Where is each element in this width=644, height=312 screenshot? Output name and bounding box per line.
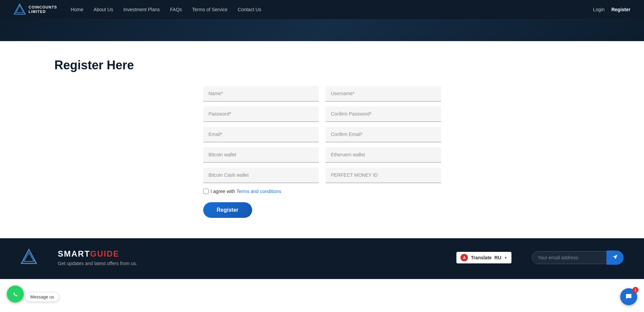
name-input[interactable]	[203, 86, 319, 102]
bitcoin-cash-field	[203, 168, 319, 183]
hero-strip	[0, 19, 644, 41]
logo-text-line2: LIMITED	[29, 10, 57, 14]
footer-email-submit[interactable]	[607, 250, 624, 265]
footer-email-input[interactable]	[532, 251, 607, 264]
footer-sub: Get updates and latest offers from us.	[58, 261, 137, 266]
main-content: Register Here	[0, 41, 644, 238]
tagline-guide: GUIDE	[90, 249, 119, 258]
username-input[interactable]	[326, 86, 441, 102]
ethereum-wallet-field	[326, 147, 441, 163]
nav-home[interactable]: Home	[71, 7, 83, 12]
form-row-1	[203, 86, 441, 102]
footer: SMARTGUIDE Get updates and latest offers…	[0, 238, 644, 279]
translate-lang: RU	[494, 255, 501, 260]
bitcoin-wallet-input[interactable]	[203, 147, 319, 163]
nav-faqs[interactable]: FAQs	[170, 7, 182, 12]
perfect-money-field	[326, 168, 441, 183]
username-field	[326, 86, 441, 102]
nav-auth: Login Register	[593, 7, 630, 12]
footer-logo-icon	[20, 248, 37, 265]
footer-logo-area	[20, 248, 37, 267]
name-field	[203, 86, 319, 102]
terms-checkbox-row: I agree with Terms and conditions	[203, 189, 441, 194]
translate-widget[interactable]: A Translate RU ▼	[456, 252, 511, 263]
nav-links: Home About Us Investment Plans FAQs Term…	[71, 6, 593, 13]
password-field	[203, 106, 319, 122]
nav-register[interactable]: Register	[611, 7, 630, 12]
logo-icon	[14, 3, 26, 16]
translate-label: Translate	[471, 255, 491, 260]
footer-content: SMARTGUIDE Get updates and latest offers…	[0, 238, 644, 277]
email-input[interactable]	[203, 127, 319, 142]
form-row-4	[203, 147, 441, 163]
nav-about[interactable]: About Us	[93, 7, 113, 12]
form-row-3	[203, 127, 441, 142]
bitcoin-wallet-field	[203, 147, 319, 163]
password-input[interactable]	[203, 106, 319, 122]
perfect-money-input[interactable]	[326, 168, 441, 183]
confirm-email-input[interactable]	[326, 127, 441, 142]
bitcoin-cash-input[interactable]	[203, 168, 319, 183]
tagline-smart: SMART	[58, 249, 90, 258]
logo-text-line1: COINCOUNTS	[29, 5, 57, 10]
terms-link[interactable]: Terms and conditions	[237, 189, 281, 194]
register-form-container: I agree with Terms and conditions Regist…	[203, 86, 441, 218]
form-row-2	[203, 106, 441, 122]
logo[interactable]: COINCOUNTS LIMITED	[14, 3, 57, 16]
terms-checkbox[interactable]	[203, 189, 209, 194]
navbar: COINCOUNTS LIMITED Home About Us Investm…	[0, 0, 644, 19]
ethereum-wallet-input[interactable]	[326, 147, 441, 163]
form-row-5	[203, 168, 441, 183]
chevron-down-icon: ▼	[504, 256, 507, 260]
footer-tagline: SMARTGUIDE	[58, 249, 137, 259]
footer-tagline-area: SMARTGUIDE Get updates and latest offers…	[58, 249, 137, 266]
register-button[interactable]: Register	[203, 202, 252, 218]
page-title: Register Here	[54, 58, 630, 72]
nav-login[interactable]: Login	[593, 7, 605, 12]
send-icon	[612, 254, 618, 260]
terms-label: I agree with Terms and conditions	[211, 189, 281, 194]
nav-terms[interactable]: Terms of Service	[192, 7, 227, 12]
confirm-email-field	[326, 127, 441, 142]
confirm-password-field	[326, 106, 441, 122]
nav-investment[interactable]: Investment Plans	[123, 7, 160, 12]
nav-contact[interactable]: Contact Us	[238, 7, 261, 12]
footer-email-area	[532, 250, 624, 265]
confirm-password-input[interactable]	[326, 106, 441, 122]
email-field	[203, 127, 319, 142]
translate-icon: A	[460, 254, 468, 261]
